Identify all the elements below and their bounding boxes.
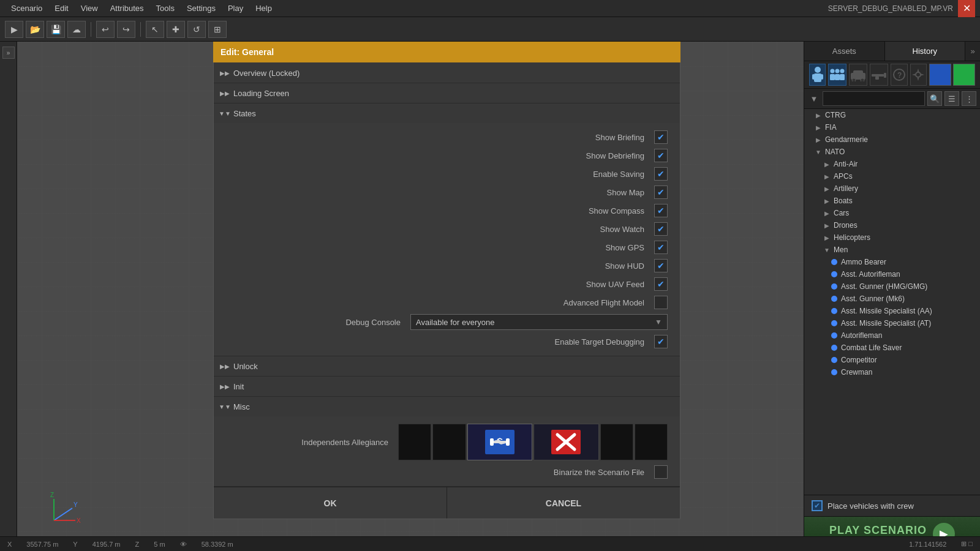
allegiance-btn-empty-3[interactable] <box>600 424 633 460</box>
search-input[interactable] <box>823 91 925 106</box>
allegiance-btn-handshake[interactable] <box>467 424 533 460</box>
asset-icon-weapon[interactable] <box>870 64 888 86</box>
tree-item-apcs[interactable]: ▶ APCs <box>804 170 980 182</box>
asset-icon-settings[interactable] <box>910 64 927 86</box>
tree-item-asst-missile-aa[interactable]: Asst. Missile Specialist (AA) <box>804 305 980 317</box>
dropdown-debug-console[interactable]: Available for everyone ▼ <box>410 314 668 330</box>
x-icon <box>551 430 581 454</box>
tree-item-cars[interactable]: ▶ Cars <box>804 207 980 219</box>
row-binarize: Binarize the Scenario File <box>214 463 680 481</box>
toolbar-add[interactable]: ✚ <box>167 21 185 38</box>
section-init-label: Init <box>233 382 244 391</box>
row-show-debriefing: Show Debriefing ✔ <box>214 146 680 165</box>
asset-icon-vehicle[interactable] <box>849 64 867 86</box>
section-states-header[interactable]: ▼ States <box>214 103 680 123</box>
checkbox-show-uav-feed[interactable]: ✔ <box>654 277 668 291</box>
tree-item-asst-missile-at[interactable]: Asst. Missile Specialist (AT) <box>804 317 980 329</box>
tree-item-asst-gunner-hmg[interactable]: Asst. Gunner (HMG/GMG) <box>804 280 980 293</box>
tree-item-drones[interactable]: ▶ Drones <box>804 219 980 231</box>
checkbox-enable-saving[interactable]: ✔ <box>654 167 668 181</box>
dialog-content[interactable]: ▶ Overview (Locked) ▶ Loading Screen ▼ S <box>214 63 680 487</box>
menu-help[interactable]: Help <box>249 0 278 17</box>
checkbox-show-map[interactable]: ✔ <box>654 186 668 199</box>
checkbox-place-vehicles[interactable]: ✔ <box>812 500 823 511</box>
toolbar-grid[interactable]: ⊞ <box>208 21 227 38</box>
toolbar-cloud[interactable]: ☁ <box>67 21 86 38</box>
tree-item-ctrg[interactable]: ▶ CTRG <box>804 109 980 121</box>
tree-item-crewman[interactable]: Crewman <box>804 366 980 378</box>
tree-item-artillery[interactable]: ▶ Artillery <box>804 182 980 195</box>
toolbar-undo[interactable]: ↩ <box>96 21 115 38</box>
tree-item-autorifleman[interactable]: Autorifleman <box>804 329 980 342</box>
menu-play[interactable]: Play <box>222 0 249 17</box>
checkbox-show-debriefing[interactable]: ✔ <box>654 149 668 162</box>
section-loading-screen-header[interactable]: ▶ Loading Screen <box>214 83 680 103</box>
asset-icon-group[interactable] <box>828 64 846 86</box>
svg-point-10 <box>815 67 821 73</box>
color-swatch-blue[interactable] <box>929 64 951 86</box>
search-options-button[interactable]: ⋮ <box>962 91 976 106</box>
section-misc-header[interactable]: ▼ Misc <box>214 397 680 416</box>
checkbox-show-briefing[interactable]: ✔ <box>654 130 668 144</box>
tree-item-combat-life-saver[interactable]: Combat Life Saver <box>804 342 980 354</box>
toolbar-save[interactable]: 💾 <box>47 21 65 38</box>
tree-item-helicopters[interactable]: ▶ Helicopters <box>804 231 980 244</box>
ok-button[interactable]: OK <box>214 487 447 519</box>
tree-item-anti-air[interactable]: ▶ Anti-Air <box>804 158 980 170</box>
search-filter-button[interactable]: ☰ <box>944 91 959 106</box>
checkbox-binarize[interactable] <box>654 465 668 479</box>
menu-attributes[interactable]: Attributes <box>104 0 150 17</box>
menu-scenario[interactable]: Scenario <box>5 0 48 17</box>
tree-item-men[interactable]: ▼ Men <box>804 244 980 256</box>
asset-tree[interactable]: ▶ CTRG ▶ FIA ▶ Gendarmerie ▼ NATO ▶ Anti… <box>804 109 980 495</box>
tree-item-nato[interactable]: ▼ NATO <box>804 146 980 158</box>
close-button[interactable]: ✕ <box>958 0 975 17</box>
tree-item-competitor[interactable]: Competitor <box>804 354 980 366</box>
svg-point-29 <box>916 72 921 77</box>
allegiance-btn-empty-2[interactable] <box>432 424 466 460</box>
section-overview-header[interactable]: ▶ Overview (Locked) <box>214 63 680 83</box>
toolbar-select[interactable]: ▶ <box>5 21 23 38</box>
tab-assets[interactable]: Assets <box>804 42 885 61</box>
tree-item-asst-autorifleman[interactable]: Asst. Autorifleman <box>804 268 980 280</box>
checkbox-target-debugging[interactable]: ✔ <box>654 335 668 348</box>
menu-tools[interactable]: Tools <box>150 0 181 17</box>
menu-settings[interactable]: Settings <box>181 0 222 17</box>
tree-item-gendarmerie[interactable]: ▶ Gendarmerie <box>804 133 980 146</box>
asset-icon-misc[interactable]: ? <box>891 64 907 86</box>
toolbar-open[interactable]: 📂 <box>26 21 44 38</box>
svg-text:Z: Z <box>50 492 54 498</box>
tab-history[interactable]: History <box>885 42 966 61</box>
left-sidebar-toggle[interactable]: » <box>2 47 15 59</box>
section-init-header[interactable]: ▶ Init <box>214 377 680 396</box>
search-button[interactable]: 🔍 <box>927 91 942 106</box>
tree-item-boats[interactable]: ▶ Boats <box>804 195 980 207</box>
toolbar-cursor[interactable]: ↖ <box>146 21 164 38</box>
cancel-button[interactable]: CANCEL <box>447 487 680 519</box>
label-show-hud: Show HUD <box>251 261 654 271</box>
allegiance-btn-x[interactable] <box>533 424 599 460</box>
allegiance-btn-empty-1[interactable] <box>398 424 431 460</box>
checkbox-show-compass[interactable]: ✔ <box>654 204 668 217</box>
section-init: ▶ Init <box>214 377 680 397</box>
allegiance-btn-empty-4[interactable] <box>635 424 668 460</box>
section-unlock-header[interactable]: ▶ Unlock <box>214 356 680 376</box>
section-unlock: ▶ Unlock <box>214 356 680 377</box>
checkbox-show-hud[interactable]: ✔ <box>654 259 668 272</box>
menu-view[interactable]: View <box>75 0 104 17</box>
checkbox-advanced-flight[interactable] <box>654 296 668 309</box>
checkbox-show-gps[interactable]: ✔ <box>654 241 668 254</box>
tree-dot-asst-gunner-mk6 <box>831 296 837 302</box>
tree-item-asst-gunner-mk6[interactable]: Asst. Gunner (Mk6) <box>804 293 980 305</box>
label-show-watch: Show Watch <box>251 225 654 234</box>
color-swatch-green[interactable] <box>953 64 975 86</box>
toolbar-redo[interactable]: ↪ <box>117 21 135 38</box>
tree-item-ammo-bearer[interactable]: Ammo Bearer <box>804 256 980 268</box>
toolbar-rotate[interactable]: ↺ <box>187 21 206 38</box>
right-panel-expand[interactable]: » <box>965 42 980 61</box>
checkbox-show-watch[interactable]: ✔ <box>654 222 668 236</box>
tree-item-fia[interactable]: ▶ FIA <box>804 121 980 133</box>
asset-icon-soldier[interactable] <box>809 64 826 86</box>
menu-edit[interactable]: Edit <box>48 0 74 17</box>
search-collapse-icon[interactable]: ▼ <box>808 92 820 105</box>
